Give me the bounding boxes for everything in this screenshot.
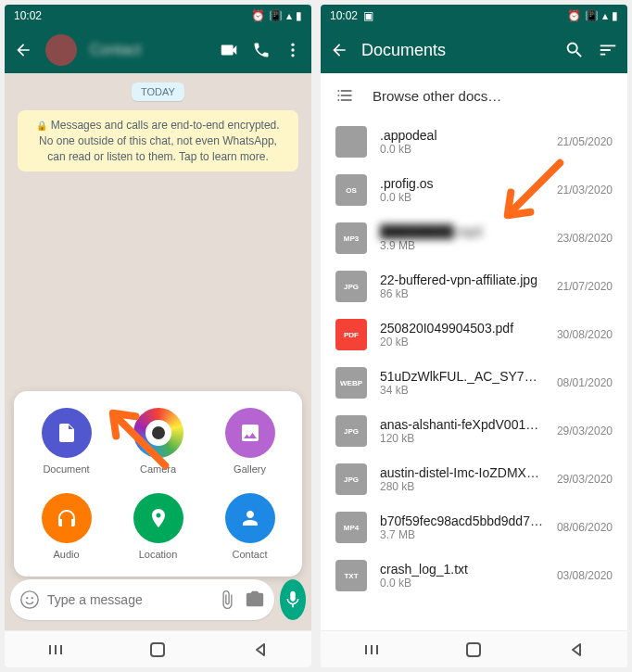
file-row[interactable]: JPG 22-buffered-vpn-affiliate.jpg 86 kB … <box>321 262 627 311</box>
file-name: 51uDzWlkFUL._AC_SY700_ML1_FMwe… <box>380 369 544 384</box>
file-row[interactable]: MP4 b70f59fec98acd5bbd9dd78549f8720de… 3… <box>321 503 627 552</box>
avatar[interactable] <box>45 34 77 66</box>
file-type-icon: TXT <box>335 560 367 591</box>
attach-audio-label: Audio <box>53 549 79 560</box>
status-time: 10:02 <box>330 9 358 22</box>
status-bar: 10:02 ⏰ 📳 ▴ ▮ <box>5 5 311 27</box>
file-date: 21/07/2020 <box>557 280 613 293</box>
file-row[interactable]: TXT crash_log_1.txt 0.0 kB 03/08/2020 <box>321 552 627 600</box>
file-row[interactable]: WEBP 51uDzWlkFUL._AC_SY700_ML1_FMwe… 34 … <box>321 359 627 407</box>
file-row[interactable]: .appodeal 0.0 kB 21/05/2020 <box>321 118 627 166</box>
file-info: ████████.mp3 3.9 MB <box>380 224 544 252</box>
status-time: 10:02 <box>14 9 42 22</box>
file-size: 86 kB <box>380 287 544 300</box>
encryption-text: Messages and calls are end-to-end encryp… <box>39 119 280 163</box>
file-date: 21/05/2020 <box>557 135 613 148</box>
file-size: 0.0 kB <box>380 577 544 590</box>
signal-icon: ▴ <box>286 9 292 22</box>
file-size: 0.0 kB <box>380 143 544 156</box>
file-info: austin-distel-Imc-IoZDMXc-unsplash.jpg 2… <box>380 465 544 493</box>
message-input[interactable] <box>47 592 209 607</box>
video-call-icon[interactable] <box>219 40 239 60</box>
back-icon[interactable] <box>330 41 348 59</box>
date-badge: TODAY <box>132 82 184 101</box>
svg-point-0 <box>291 44 294 46</box>
documents-list[interactable]: Browse other docs… .appodeal 0.0 kB 21/0… <box>321 73 627 667</box>
signal-icon: ▴ <box>602 9 608 22</box>
file-name: 22-buffered-vpn-affiliate.jpg <box>380 273 544 287</box>
home-button[interactable] <box>464 640 483 659</box>
file-date: 30/08/2020 <box>557 328 613 341</box>
svg-point-1 <box>291 48 294 51</box>
attach-location[interactable]: Location <box>117 493 199 560</box>
attach-contact-label: Contact <box>233 549 268 560</box>
file-name: anas-alshanti-feXpdV001o4-unsplash.j… <box>380 417 544 432</box>
file-size: 120 kB <box>380 432 544 445</box>
status-bar: 10:02 ▣ ⏰ 📳 ▴ ▮ <box>321 5 627 27</box>
file-info: 22-buffered-vpn-affiliate.jpg 86 kB <box>380 273 544 300</box>
file-type-icon: JPG <box>335 463 367 495</box>
page-title: Documents <box>361 41 551 60</box>
file-type-icon: OS <box>335 174 367 206</box>
home-button[interactable] <box>148 640 167 659</box>
file-name: b70f59fec98acd5bbd9dd78549f8720de… <box>380 514 544 528</box>
status-icons: ⏰ 📳 ▴ ▮ <box>567 9 618 22</box>
file-info: .appodeal 0.0 kB <box>380 128 544 156</box>
file-size: 280 kB <box>380 480 544 493</box>
svg-rect-7 <box>151 643 164 656</box>
file-size: 0.0 kB <box>380 191 544 204</box>
attach-icon[interactable] <box>217 590 237 610</box>
attachment-panel: Document Camera Gallery Audio Location <box>14 391 302 577</box>
lock-icon: 🔒 <box>36 120 47 131</box>
documents-screen: 10:02 ▣ ⏰ 📳 ▴ ▮ Documents Browse other d… <box>321 5 627 667</box>
svg-point-6 <box>32 597 33 599</box>
file-info: .profig.os 0.0 kB <box>380 176 544 204</box>
attach-gallery[interactable]: Gallery <box>209 408 291 475</box>
sort-icon[interactable] <box>598 40 618 60</box>
file-name: .appodeal <box>380 128 544 143</box>
file-type-icon: PDF <box>335 319 367 350</box>
back-icon[interactable] <box>14 41 32 59</box>
file-type-icon: JPG <box>335 271 367 302</box>
file-row[interactable]: OS .profig.os 0.0 kB 21/03/2020 <box>321 166 627 214</box>
mic-button[interactable] <box>280 579 306 620</box>
battery-icon: ▮ <box>612 9 618 22</box>
back-button[interactable] <box>567 640 586 659</box>
file-name: crash_log_1.txt <box>380 562 544 577</box>
file-type-icon: WEBP <box>335 367 367 399</box>
android-nav <box>5 630 311 667</box>
status-icons: ⏰ 📳 ▴ ▮ <box>251 9 302 22</box>
file-name: .profig.os <box>380 176 544 191</box>
file-type-icon: MP4 <box>335 512 367 543</box>
attach-audio[interactable]: Audio <box>25 493 107 560</box>
attach-camera[interactable]: Camera <box>117 408 199 475</box>
file-date: 29/03/2020 <box>557 425 613 437</box>
file-row[interactable]: MP3 ████████.mp3 3.9 MB 23/08/2020 <box>321 214 627 262</box>
attach-document[interactable]: Document <box>25 408 107 475</box>
emoji-icon[interactable] <box>19 590 40 610</box>
voice-call-icon[interactable] <box>252 41 271 59</box>
menu-icon[interactable] <box>284 41 302 59</box>
file-type-icon: MP3 <box>335 222 367 254</box>
attach-contact[interactable]: Contact <box>209 493 291 560</box>
search-icon[interactable] <box>564 40 585 60</box>
camera-icon[interactable] <box>245 590 265 610</box>
list-icon <box>335 86 354 105</box>
file-size: 34 kB <box>380 384 544 397</box>
browse-other-docs[interactable]: Browse other docs… <box>321 73 627 118</box>
file-row[interactable]: PDF 250820I049904503.pdf 20 kB 30/08/202… <box>321 311 627 359</box>
file-row[interactable]: JPG austin-distel-Imc-IoZDMXc-unsplash.j… <box>321 455 627 503</box>
recents-button[interactable] <box>362 640 381 659</box>
back-button[interactable] <box>251 640 270 659</box>
contact-name[interactable]: Contact <box>90 42 206 58</box>
encryption-banner[interactable]: 🔒 Messages and calls are end-to-end encr… <box>18 110 298 171</box>
file-info: 250820I049904503.pdf 20 kB <box>380 321 544 349</box>
file-name: 250820I049904503.pdf <box>380 321 544 336</box>
recents-button[interactable] <box>46 640 65 659</box>
file-date: 29/03/2020 <box>557 473 613 486</box>
file-row[interactable]: JPG anas-alshanti-feXpdV001o4-unsplash.j… <box>321 407 627 455</box>
svg-point-2 <box>291 54 294 57</box>
file-date: 08/06/2020 <box>557 521 613 534</box>
android-nav <box>321 630 627 667</box>
attach-camera-label: Camera <box>140 463 176 475</box>
